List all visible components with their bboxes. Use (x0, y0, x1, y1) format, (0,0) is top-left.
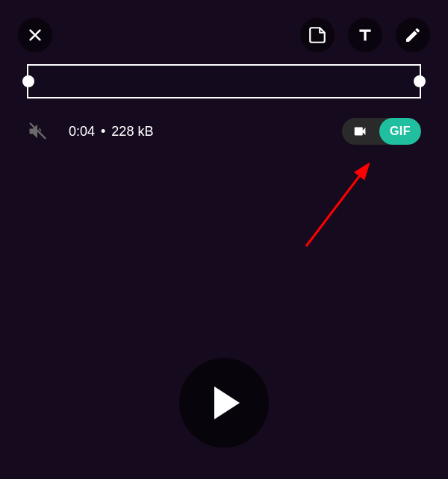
mute-button[interactable] (27, 121, 48, 142)
toolbar-actions (300, 18, 430, 52)
mode-gif-option[interactable]: GIF (379, 118, 421, 145)
trim-handle-end[interactable] (414, 75, 426, 87)
video-camera-icon (352, 123, 369, 140)
video-gif-toggle[interactable]: GIF (342, 118, 421, 145)
meta-separator: • (101, 125, 105, 138)
play-icon (214, 386, 240, 419)
pencil-icon (404, 26, 422, 44)
play-button[interactable] (179, 358, 269, 448)
video-trim-bar[interactable] (27, 64, 421, 98)
muted-icon (27, 121, 48, 142)
close-icon (27, 27, 43, 43)
text-icon (355, 25, 375, 45)
close-button[interactable] (18, 18, 52, 52)
video-meta: 0:04 • 228 kB (69, 124, 153, 140)
video-info-row: 0:04 • 228 kB GIF (0, 116, 448, 146)
annotation-arrow (299, 157, 388, 254)
trim-handle-start[interactable] (22, 75, 34, 87)
sticker-button[interactable] (300, 18, 335, 52)
draw-button[interactable] (396, 18, 430, 52)
video-duration: 0:04 (69, 124, 95, 140)
top-toolbar (0, 16, 448, 54)
mode-video-option[interactable] (342, 118, 379, 145)
gif-label: GIF (390, 125, 411, 138)
sticker-icon (308, 25, 327, 45)
svg-line-3 (306, 166, 367, 246)
text-button[interactable] (348, 18, 382, 52)
video-filesize: 228 kB (111, 124, 153, 140)
